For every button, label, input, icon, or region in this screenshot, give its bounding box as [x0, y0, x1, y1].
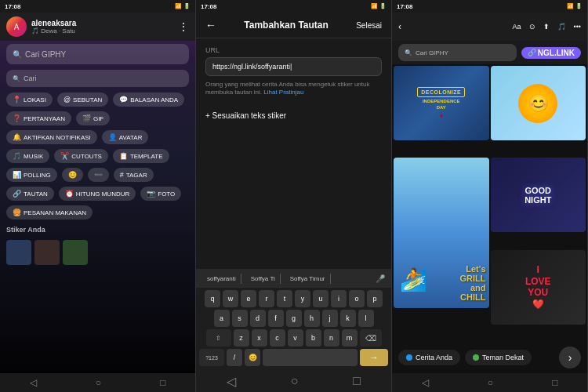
- ngl-link-badge[interactable]: 🔗 NGL.LINK: [521, 47, 581, 59]
- key-backspace[interactable]: ⌫: [360, 329, 382, 347]
- sticker-chip-avatar[interactable]: 👤AVATAR: [102, 130, 149, 144]
- key-a[interactable]: a: [214, 310, 230, 327]
- url-input[interactable]: https://ngl.link/soffyaranti|: [205, 57, 382, 76]
- key-u[interactable]: u: [313, 290, 328, 307]
- sticker-chip-tautan[interactable]: 🔗TAUTAN: [6, 187, 54, 201]
- key-k[interactable]: k: [340, 310, 356, 327]
- more-button-p1[interactable]: ⋮: [178, 20, 189, 33]
- sticker-search-bar[interactable]: 🔍 Cari: [6, 70, 189, 87]
- key-q[interactable]: q: [205, 290, 220, 307]
- key-w[interactable]: w: [223, 290, 238, 307]
- nav-recents-kb[interactable]: □: [353, 374, 361, 389]
- sticker-chip-template[interactable]: 📋TEMPLATE: [113, 149, 169, 163]
- cerita-anda-btn[interactable]: Cerita Anda: [398, 350, 460, 365]
- key-s[interactable]: s: [232, 310, 248, 327]
- nav-recents-p1[interactable]: □: [160, 377, 165, 388]
- nav-back-p3[interactable]: ◁: [422, 377, 429, 388]
- key-x[interactable]: x: [252, 329, 267, 347]
- teman-dekat-label: Teman Dekat: [482, 354, 524, 361]
- nav-recents-p3[interactable]: □: [552, 377, 557, 388]
- sticker-chip-polling[interactable]: 📊POLLING: [6, 168, 57, 182]
- sticker-preview-3[interactable]: [63, 240, 88, 265]
- key-space[interactable]: [263, 349, 358, 366]
- back-story-p3[interactable]: ‹: [398, 21, 401, 32]
- key-shift[interactable]: ⇧: [206, 329, 231, 347]
- nav-home-kb[interactable]: ○: [291, 374, 299, 389]
- key-y[interactable]: y: [295, 290, 310, 307]
- key-g[interactable]: g: [286, 310, 302, 327]
- giphy-search-p3[interactable]: 🔍 Cari GIPHY: [398, 44, 517, 61]
- cerita-anda-label: Cerita Anda: [416, 354, 452, 361]
- key-numbers[interactable]: ?123: [199, 349, 224, 366]
- draw-tool[interactable]: ⊙: [529, 23, 535, 31]
- key-t[interactable]: t: [277, 290, 292, 307]
- grill-text: Let'sGRILLandCHILL: [460, 264, 486, 302]
- nav-home-p3[interactable]: ○: [488, 377, 493, 388]
- gif-grill[interactable]: 🏄 Let'sGRILLandCHILL: [394, 158, 489, 308]
- gif-decolonize[interactable]: DECOLONIZE INDEPENDENCE DAY ★: [394, 66, 489, 140]
- sticker-chip-notif[interactable]: 🔔AKTIFKAN NOTIFIKASI: [6, 130, 97, 144]
- song-p1: 🎵 Dewa · Satu: [31, 27, 173, 34]
- key-emoji[interactable]: 😊: [245, 349, 260, 366]
- sticker-chip-foto[interactable]: 📷FOTO: [140, 187, 181, 201]
- key-o[interactable]: o: [349, 290, 365, 307]
- autocomplete-2[interactable]: Soffya Ti: [246, 274, 281, 284]
- next-button-p3[interactable]: ›: [559, 347, 581, 368]
- key-c[interactable]: c: [270, 329, 285, 347]
- sticker-chip-pertanyaan[interactable]: ❓PERTANYAAN: [6, 111, 71, 125]
- key-slash[interactable]: /: [227, 349, 242, 366]
- customize-text-btn[interactable]: + Sesuaikan teks stiker: [196, 105, 391, 126]
- key-send[interactable]: →: [360, 349, 388, 366]
- sticker-preview-1[interactable]: [6, 240, 31, 265]
- key-i[interactable]: i: [331, 290, 347, 307]
- done-button[interactable]: Selesai: [356, 21, 382, 30]
- sticker-preview-2[interactable]: [34, 240, 60, 265]
- key-d[interactable]: d: [250, 310, 266, 327]
- more-tools[interactable]: •••: [574, 23, 581, 31]
- key-z[interactable]: z: [234, 329, 249, 347]
- sticker-chip-sebutan[interactable]: @SEBUTAN: [57, 93, 108, 107]
- key-p[interactable]: p: [367, 290, 383, 307]
- gif-love[interactable]: ILOVEYOU❤️: [491, 250, 586, 325]
- mic-icon[interactable]: 🎤: [376, 274, 385, 283]
- key-f[interactable]: f: [268, 310, 284, 327]
- key-m[interactable]: m: [342, 329, 358, 347]
- status-time-p2: 17:08: [201, 3, 216, 10]
- sticker-chip-bar[interactable]: ➖: [88, 168, 109, 182]
- sticker-chip-tagar[interactable]: #TAGAR: [114, 168, 154, 182]
- teman-dekat-btn[interactable]: Teman Dekat: [465, 350, 532, 365]
- autocomplete-1[interactable]: soffyaranti: [202, 274, 241, 284]
- nav-home-p1[interactable]: ○: [96, 377, 101, 388]
- sticker-chip-emoji[interactable]: 😊: [62, 168, 83, 182]
- giphy-search-bar-p1[interactable]: 🔍 Cari GIPHY: [6, 44, 189, 64]
- key-v[interactable]: v: [288, 329, 303, 347]
- key-r[interactable]: r: [259, 290, 274, 307]
- url-hint-link[interactable]: Lihat Pratinjau: [263, 89, 303, 96]
- sticker-chip-hitung[interactable]: ⏰HITUNG MUNDUR: [59, 187, 136, 201]
- sticker-chip-makanan[interactable]: 🍔PESANAN MAKANAN: [6, 205, 93, 220]
- sticker-chip-balasan[interactable]: 💬BALASAN ANDA: [113, 93, 184, 107]
- status-time-p1: 17:08: [5, 3, 20, 10]
- keyboard-row-4: ?123 / 😊 →: [199, 349, 388, 366]
- music-tool[interactable]: 🎵: [557, 23, 566, 31]
- key-j[interactable]: j: [322, 310, 338, 327]
- nav-back-kb[interactable]: ◁: [227, 374, 236, 389]
- sticker-chip-cutouts[interactable]: ✂️CUTOUTS: [54, 149, 108, 163]
- sticker-chip-gif[interactable]: 🎬GIF: [76, 111, 110, 125]
- key-e[interactable]: e: [241, 290, 256, 307]
- text-tool[interactable]: Aa: [513, 23, 521, 31]
- nav-back-p1[interactable]: ◁: [30, 377, 37, 388]
- key-n[interactable]: n: [324, 329, 339, 347]
- status-bar-p1: 17:08 📶 🔋: [0, 0, 195, 13]
- sticker-chip-lokasi[interactable]: 📍LOKASI: [6, 93, 53, 107]
- sticker-tool[interactable]: ⬆: [543, 23, 550, 31]
- gif-sun[interactable]: 😊: [491, 66, 586, 140]
- key-h[interactable]: h: [304, 310, 320, 327]
- sticker-chip-musik[interactable]: 🎵MUSIK: [6, 149, 49, 163]
- sun-face: 😊: [518, 84, 557, 123]
- key-b[interactable]: b: [306, 329, 321, 347]
- gif-goodnight[interactable]: GOODNIGHT: [491, 158, 586, 232]
- autocomplete-3[interactable]: Soffya Timur: [285, 274, 331, 284]
- key-l[interactable]: l: [358, 310, 374, 327]
- back-button-p2[interactable]: ←: [205, 19, 216, 31]
